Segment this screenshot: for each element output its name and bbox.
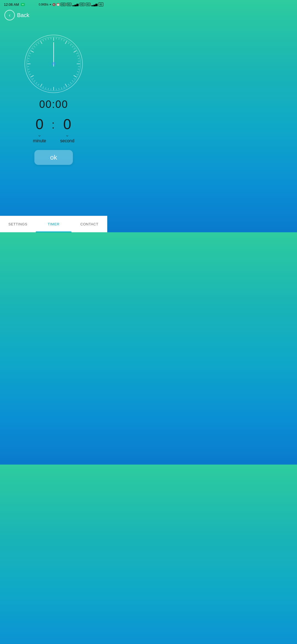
svg-line-49 [28,66,29,67]
svg-line-35 [61,88,62,89]
svg-line-37 [56,89,56,90]
svg-line-46 [29,74,31,75]
svg-line-28 [77,72,79,72]
minute-label: minute [33,138,46,143]
svg-line-58 [43,40,43,41]
svg-line-47 [29,72,30,72]
mute-icon: 🔇 [52,3,56,6]
time-text: 12:06 AM [4,2,19,7]
second-arrow-down: ⌄ [65,132,69,137]
svg-line-60 [48,38,48,40]
signal-bars-2: ▂▄▆ [91,3,98,6]
top-nav: ‹ Back [0,8,107,23]
second-label: second [60,138,75,143]
svg-line-21 [74,48,75,50]
status-icons: 0.0KB/s ⚭ 🔇 ⏰ HD 5G ▂▄▆ HD 4G ▂▄▆ 82 [39,2,103,6]
back-circle-icon: ‹ [4,10,15,20]
svg-line-10 [31,75,34,77]
status-bar: 12:06 AM W 0.0KB/s ⚭ 🔇 ⏰ HD 5G ▂▄▆ HD 4G… [0,0,107,8]
svg-line-29 [76,74,78,75]
timer-label: TIMER [48,222,60,226]
bottom-nav: SETTINGS TIMER CONTACT [0,216,107,232]
minute-input-group[interactable]: 0 ⌄ minute [33,117,46,143]
svg-line-50 [28,61,29,61]
timer-input-section: 0 ⌄ minute : 0 ⌄ second [0,117,107,143]
battery-level: 82 [100,3,102,6]
clock-svg [23,34,84,94]
svg-line-31 [72,80,73,81]
5g-icon: 5G [67,3,72,6]
digital-time-display: 00:00 [39,99,68,110]
svg-line-51 [28,58,29,59]
svg-line-38 [51,89,51,90]
clock-face[interactable] [23,34,84,94]
minute-arrow-down: ⌄ [37,132,42,137]
svg-line-59 [45,39,46,40]
svg-line-15 [59,38,59,40]
svg-line-23 [77,56,79,56]
main-content: 00:00 0 ⌄ minute : 0 ⌄ second ok [0,23,107,216]
svg-line-20 [72,46,73,47]
svg-line-14 [56,38,56,39]
svg-line-54 [32,48,34,50]
status-time: 12:06 AM W [4,2,25,7]
signal-bars-1: ▂▄▆ [72,3,79,6]
hd-icon-1: HD [61,3,66,6]
svg-line-7 [65,84,67,87]
svg-line-61 [51,38,51,39]
minute-value[interactable]: 0 [35,117,43,131]
svg-line-9 [40,84,42,87]
network-speed: 0.0KB/s [39,3,48,6]
svg-line-18 [68,42,69,44]
nav-active-indicator [36,231,72,232]
svg-line-12 [31,51,34,52]
svg-line-52 [29,56,30,56]
svg-line-44 [34,80,35,81]
svg-line-33 [68,84,69,85]
nav-item-settings[interactable]: SETTINGS [0,216,36,232]
svg-line-53 [29,53,31,54]
svg-line-45 [32,78,34,80]
settings-label: SETTINGS [8,222,27,226]
svg-line-36 [59,88,59,90]
battery-icon: 82 [98,2,103,6]
svg-line-39 [48,88,48,90]
second-value[interactable]: 0 [63,117,71,131]
svg-line-57 [38,42,39,44]
svg-line-6 [74,75,76,77]
svg-line-3 [65,41,67,44]
svg-line-43 [36,82,37,83]
svg-line-40 [45,88,46,89]
wechat-icon: W [21,3,25,6]
svg-line-27 [78,69,79,69]
svg-line-34 [64,86,64,88]
4g-icon: 4G [86,3,90,6]
svg-line-19 [70,44,71,45]
svg-line-26 [78,66,80,67]
svg-line-48 [28,69,29,69]
svg-line-13 [40,41,42,44]
svg-line-55 [34,46,35,47]
svg-line-32 [70,82,71,83]
svg-line-56 [36,44,37,45]
nav-item-timer[interactable]: TIMER [36,216,72,232]
ok-button[interactable]: ok [34,150,73,165]
nav-item-contact[interactable]: CONTACT [72,216,107,232]
svg-line-25 [78,61,80,61]
bluetooth-icon: ⚭ [49,3,51,6]
svg-line-24 [78,58,79,59]
time-separator: : [52,118,55,131]
svg-line-17 [64,40,64,41]
back-button[interactable]: ‹ Back [4,10,29,20]
svg-line-30 [74,78,75,80]
svg-line-4 [74,51,76,52]
svg-line-41 [43,86,43,88]
svg-line-22 [76,53,78,54]
hd-icon-2: HD [79,3,85,6]
back-label: Back [17,12,29,18]
alarm-icon: ⏰ [56,3,60,6]
contact-label: CONTACT [80,222,98,226]
svg-line-42 [38,84,39,85]
second-input-group[interactable]: 0 ⌄ second [60,117,75,143]
svg-line-16 [61,39,62,40]
